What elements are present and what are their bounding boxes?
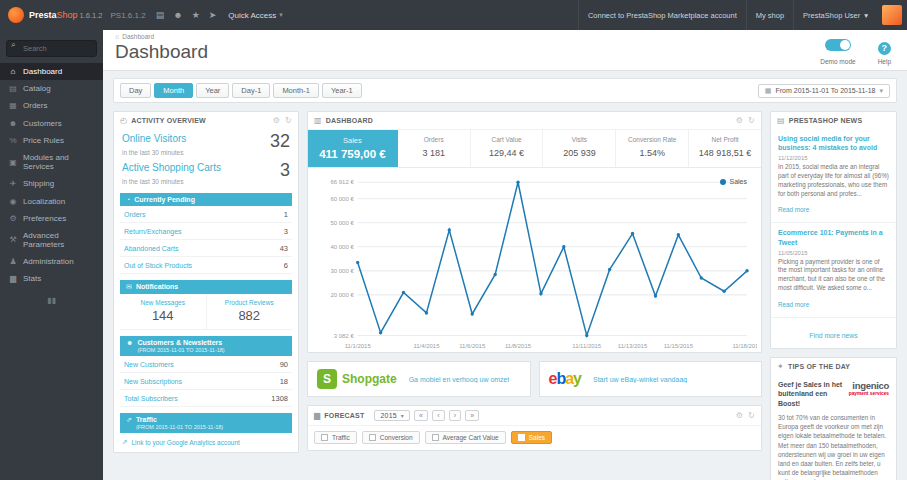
search-input[interactable] xyxy=(6,40,97,57)
news-article-link[interactable]: Using social media for your business: 4 … xyxy=(778,134,889,152)
kpi-visits[interactable]: Visits205 939 xyxy=(543,130,616,167)
pending-orders-link[interactable]: Orders xyxy=(124,211,145,218)
sidebar-item-orders[interactable]: ▦Orders xyxy=(0,97,103,114)
metric-toggle-conversion[interactable]: Conversion xyxy=(362,431,420,444)
svg-text:30 000 €: 30 000 € xyxy=(331,267,355,274)
prestashop-logo-icon[interactable] xyxy=(8,7,24,23)
kpi-cart-value[interactable]: Cart Value129,44 € xyxy=(471,130,544,167)
first-page-button[interactable]: « xyxy=(414,410,428,421)
year-select[interactable]: 2015 ▾ xyxy=(374,410,410,421)
sidebar-item-dashboard[interactable]: ⌂Dashboard xyxy=(0,63,103,80)
panel-header: ▥ DASHBOARD ⚙ ↻ xyxy=(308,112,761,129)
notifications-row: New Messages 144 Product Reviews 882 xyxy=(120,294,292,330)
google-analytics-link[interactable]: Link to your Google Analytics account xyxy=(131,439,239,446)
page-header: ⌂ Dashboard Dashboard Demo mode ? Help xyxy=(103,30,907,71)
sidebar-item-modules[interactable]: ▣Modules and Services xyxy=(0,149,103,175)
sidebar-item-preferences[interactable]: ⚙Preferences xyxy=(0,210,103,227)
new-subscriptions-link[interactable]: New Subscriptions xyxy=(124,378,182,385)
customers-icon[interactable]: ☻ xyxy=(173,10,182,20)
out-of-stock-link[interactable]: Out of Stock Products xyxy=(124,262,192,269)
sidebar-collapse-button[interactable]: ▮▮ xyxy=(0,288,103,313)
sidebar-item-shipping[interactable]: ✈Shipping xyxy=(0,175,103,192)
prev-page-button[interactable]: ‹ xyxy=(432,410,445,421)
sidebar-item-catalog[interactable]: ▤Catalog xyxy=(0,80,103,97)
kpi-orders[interactable]: Orders3 181 xyxy=(398,130,471,167)
metric-toggle-average-cart-value[interactable]: Average Cart Value xyxy=(425,431,506,444)
ebay-promo[interactable]: ebay Start uw eBay-winkel vandaag xyxy=(539,361,763,397)
user-menu[interactable]: PrestaShop User ▾ xyxy=(793,0,877,30)
date-range-picker[interactable]: ▦ From 2015-11-01 To 2015-11-18 ▾ xyxy=(758,84,890,98)
refresh-icon[interactable]: ↻ xyxy=(285,116,292,125)
sidebar-item-administration[interactable]: ♟Administration xyxy=(0,253,103,270)
kpi-conversion-rate[interactable]: Conversion Rate1.54% xyxy=(616,130,689,167)
gear-icon[interactable]: ⚙ xyxy=(736,116,743,125)
shopgate-link[interactable]: Ga mobiel en verhoog uw omzet xyxy=(409,376,510,383)
active-carts-link[interactable]: Active Shopping Carts xyxy=(122,162,221,173)
section-subtitle: (FROM 2015-11-01 TO 2015-11-18) xyxy=(136,424,223,430)
filter-month-1-button[interactable]: Month-1 xyxy=(273,83,319,98)
rocket-icon[interactable]: ➤ xyxy=(209,10,217,20)
activity-icon: ◴ xyxy=(120,116,127,125)
topbar-right: Connect to PrestaShop Marketplace accoun… xyxy=(578,0,907,30)
section-title: Notifications xyxy=(136,283,178,290)
year-select-value: 2015 xyxy=(380,412,396,419)
chip-label: Conversion xyxy=(380,434,413,441)
sidebar-item-advanced-parameters[interactable]: ⚒Advanced Parameters xyxy=(0,227,103,253)
refresh-icon[interactable]: ↻ xyxy=(748,116,755,125)
product-reviews[interactable]: Product Reviews 882 xyxy=(206,294,293,329)
star-icon[interactable]: ★ xyxy=(192,10,200,20)
chip-label: Average Cart Value xyxy=(443,434,499,441)
kpi-value: 205 939 xyxy=(545,148,613,158)
marketplace-link[interactable]: Connect to PrestaShop Marketplace accoun… xyxy=(578,0,746,30)
kpi-sales[interactable]: Sales411 759,00 € xyxy=(308,130,398,167)
gear-icon[interactable]: ⚙ xyxy=(736,411,743,420)
shopgate-promo[interactable]: S Shopgate Ga mobiel en verhoog uw omzet xyxy=(307,361,531,397)
chip-label: Traffic xyxy=(332,434,350,441)
sidebar-item-price-rules[interactable]: %Price Rules xyxy=(0,132,103,149)
help-icon[interactable]: ? xyxy=(878,42,891,55)
activity-overview-panel: ◴ ACTIVITY OVERVIEW ⚙ ↻ Online Visitors … xyxy=(113,111,299,453)
right-column: ▤ PRESTASHOP NEWS Using social media for… xyxy=(770,111,897,480)
filter-month-button[interactable]: Month xyxy=(154,83,193,98)
avatar[interactable] xyxy=(882,5,902,25)
gear-icon[interactable]: ⚙ xyxy=(273,116,280,125)
refresh-icon[interactable]: ↻ xyxy=(748,411,755,420)
kpi-net-profit[interactable]: Net Profit148 918,51 € xyxy=(689,130,761,167)
new-messages[interactable]: New Messages 144 xyxy=(120,294,206,329)
total-subscribers-link[interactable]: Total Subscribers xyxy=(124,395,178,402)
filter-year-1-button[interactable]: Year-1 xyxy=(322,83,362,98)
next-page-button[interactable]: › xyxy=(449,410,462,421)
sidebar-item-stats[interactable]: ▆Stats xyxy=(0,270,103,287)
brand-presta: Presta xyxy=(29,10,57,20)
kpi-label: Visits xyxy=(545,136,613,143)
find-more-news-row: Find more news xyxy=(771,318,896,348)
sidebar-item-customers[interactable]: ☻Customers xyxy=(0,115,103,132)
read-more-link[interactable]: Read more xyxy=(778,206,809,213)
section-title-wrap: Traffic (FROM 2015-11-01 TO 2015-11-18) xyxy=(136,416,223,430)
find-more-news-link[interactable]: Find more news xyxy=(809,332,857,339)
read-more-link[interactable]: Read more xyxy=(778,301,809,308)
metric-toggle-traffic[interactable]: Traffic xyxy=(314,431,357,444)
filter-day-button[interactable]: Day xyxy=(120,83,151,98)
abandoned-carts-link[interactable]: Abandoned Carts xyxy=(124,245,178,252)
new-customers-link[interactable]: New Customers xyxy=(124,361,174,368)
last-page-button[interactable]: » xyxy=(465,410,479,421)
online-visitors-link[interactable]: Online Visitors xyxy=(122,133,186,144)
sidebar-item-label: Orders xyxy=(23,101,47,110)
pending-returns-link[interactable]: Return/Exchanges xyxy=(124,228,182,235)
cart-icon[interactable]: ▤ xyxy=(156,10,165,20)
section-header-notifications: ✉ Notifications xyxy=(120,280,292,294)
demo-mode-toggle[interactable] xyxy=(825,39,851,51)
sidebar-item-localization[interactable]: ◉Localization xyxy=(0,193,103,210)
news-article-link[interactable]: Ecommerce 101: Payments in a Tweet xyxy=(778,228,889,246)
filter-year-button[interactable]: Year xyxy=(196,83,229,98)
caret-down-icon: ▾ xyxy=(879,87,883,95)
metric-toggle-sales[interactable]: Sales xyxy=(511,431,552,444)
filter-bar: Day Month Year Day-1 Month-1 Year-1 ▦ Fr… xyxy=(113,78,897,103)
my-shop-link[interactable]: My shop xyxy=(746,0,793,30)
filter-day-1-button[interactable]: Day-1 xyxy=(232,83,270,98)
chart-legend[interactable]: Sales xyxy=(720,178,747,185)
quick-access-menu[interactable]: Quick Access ▾ xyxy=(228,11,283,20)
breadcrumb[interactable]: ⌂ Dashboard xyxy=(115,33,895,40)
ebay-link[interactable]: Start uw eBay-winkel vandaag xyxy=(593,376,687,383)
